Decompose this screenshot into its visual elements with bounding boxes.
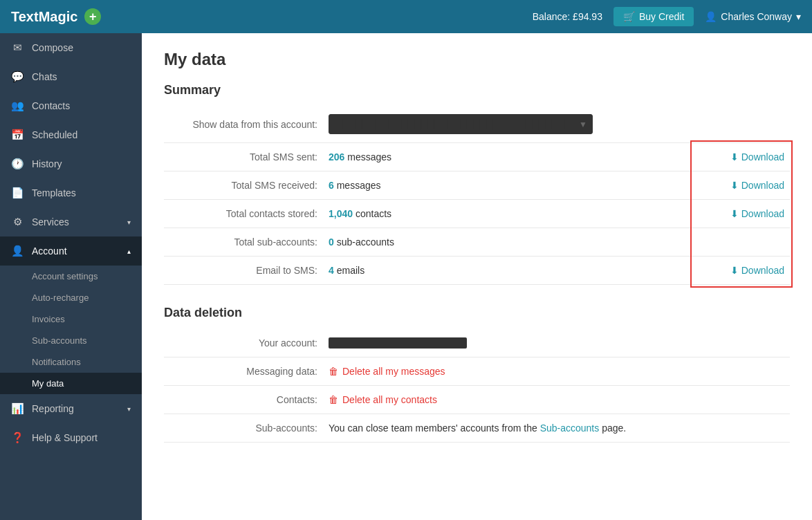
cart-icon: 🛒	[623, 11, 635, 22]
email-sms-download-cell: ⬇ Download	[693, 257, 790, 285]
contacts-deletion-label: Contacts:	[164, 386, 323, 414]
contacts-icon: 👥	[11, 100, 24, 112]
sms-received-label: Total SMS received:	[164, 171, 323, 200]
table-row: Contacts: 🗑 Delete all my contacts	[164, 386, 790, 414]
table-row: Total sub-accounts: 0 sub-accounts	[164, 228, 790, 257]
download-icon: ⬇	[730, 180, 739, 191]
sidebar-item-history[interactable]: 🕐 History	[0, 149, 142, 178]
sidebar-sub-notifications[interactable]: Notifications	[0, 351, 142, 373]
scheduled-icon: 📅	[11, 129, 24, 141]
sidebar-item-help[interactable]: ❓ Help & Support	[0, 423, 142, 452]
sidebar-sub-account-settings[interactable]: Account settings	[0, 266, 142, 287]
sidebar-item-contacts[interactable]: 👥 Contacts	[0, 91, 142, 120]
download-icon: ⬇	[730, 151, 739, 162]
main-content: My data Summary Show data from this acco…	[142, 33, 812, 520]
table-row: Total SMS received: 6 messages ⬇ Downloa…	[164, 171, 790, 200]
sidebar: ✉ Compose 💬 Chats 👥 Contacts 📅 Scheduled…	[0, 33, 142, 520]
account-masked-value	[329, 337, 467, 349]
sidebar-item-label: Services	[32, 216, 69, 228]
table-row: Email to SMS: 4 emails ⬇ Download	[164, 257, 790, 285]
sub-accounts-value: 0 sub-accounts	[323, 228, 693, 257]
sidebar-item-reporting[interactable]: 📊 Reporting ▾	[0, 394, 142, 423]
buy-credit-button[interactable]: 🛒 Buy Credit	[613, 7, 694, 26]
sub-accounts-deletion-value: You can close team members' accounts fro…	[323, 414, 693, 443]
sidebar-sub-auto-recharge[interactable]: Auto-recharge	[0, 287, 142, 308]
buy-credit-label: Buy Credit	[639, 11, 684, 22]
sidebar-item-label: History	[32, 158, 62, 169]
email-sms-download-link[interactable]: ⬇ Download	[730, 265, 784, 276]
show-data-label: Show data from this account:	[164, 106, 323, 143]
account-select-wrapper: ████████████████████████████████████ ▼	[329, 114, 593, 134]
services-expand-icon: ▾	[127, 219, 131, 226]
sidebar-sub-invoices[interactable]: Invoices	[0, 308, 142, 330]
user-name: Charles Conway	[721, 11, 792, 22]
page-title: My data	[164, 50, 790, 69]
sidebar-item-label: Chats	[32, 71, 57, 82]
account-expand-icon: ▴	[127, 248, 131, 255]
sidebar-item-scheduled[interactable]: 📅 Scheduled	[0, 120, 142, 149]
table-row: Total SMS sent: 206 messages ⬇ Download	[164, 143, 790, 171]
table-row: Your account:	[164, 328, 790, 358]
trash-icon: 🗑	[329, 366, 338, 377]
your-account-value	[323, 328, 693, 358]
compose-icon: ✉	[11, 41, 24, 54]
sidebar-item-compose[interactable]: ✉ Compose	[0, 33, 142, 62]
sub-accounts-page-link[interactable]: Sub-accounts	[540, 423, 602, 434]
sub-accounts-empty-cell	[693, 228, 790, 257]
sms-received-download-cell: ⬇ Download	[693, 171, 790, 200]
layout: ✉ Compose 💬 Chats 👥 Contacts 📅 Scheduled…	[0, 33, 812, 520]
account-select[interactable]: ████████████████████████████████████	[329, 114, 593, 134]
user-menu[interactable]: 👤 Charles Conway ▾	[705, 11, 801, 22]
trash-icon: 🗑	[329, 394, 338, 405]
header: TextMagic + Balance: £94.93 🛒 Buy Credit…	[0, 0, 812, 33]
sidebar-sub-sub-accounts[interactable]: Sub-accounts	[0, 330, 142, 351]
sms-received-download-link[interactable]: ⬇ Download	[730, 180, 784, 191]
delete-messages-link[interactable]: 🗑 Delete all my messages	[329, 366, 445, 377]
sidebar-item-label: Scheduled	[32, 129, 77, 140]
deletion-table: Your account: Messaging data: 🗑 Delete a…	[164, 328, 790, 443]
your-account-label: Your account:	[164, 328, 323, 358]
logo-text: TextMagic	[11, 9, 77, 25]
user-dropdown-arrow: ▾	[796, 11, 801, 22]
sub-accounts-deletion-label: Sub-accounts:	[164, 414, 323, 443]
sms-sent-download-link[interactable]: ⬇ Download	[730, 151, 784, 162]
reporting-icon: 📊	[11, 402, 24, 415]
logo-plus-button[interactable]: +	[84, 8, 101, 25]
table-row: Total contacts stored: 1,040 contacts ⬇ …	[164, 200, 790, 228]
history-icon: 🕐	[11, 158, 24, 170]
templates-icon: 📄	[11, 187, 24, 199]
sidebar-item-account[interactable]: 👤 Account ▴	[0, 236, 142, 266]
download-icon: ⬇	[730, 208, 739, 219]
sidebar-item-templates[interactable]: 📄 Templates	[0, 178, 142, 207]
summary-title: Summary	[164, 83, 790, 98]
delete-contacts-link[interactable]: 🗑 Delete all my contacts	[329, 394, 437, 405]
contacts-value: 1,040 contacts	[323, 200, 693, 228]
sidebar-item-services[interactable]: ⚙ Services ▾	[0, 207, 142, 236]
summary-table: Show data from this account: ███████████…	[164, 106, 790, 285]
sidebar-sub-my-data[interactable]: My data	[0, 373, 142, 394]
contacts-deletion-value: 🗑 Delete all my contacts	[323, 386, 693, 414]
services-icon: ⚙	[11, 216, 24, 228]
account-selector-row: Show data from this account: ███████████…	[164, 106, 790, 143]
sidebar-item-label: Compose	[32, 42, 73, 53]
email-sms-label: Email to SMS:	[164, 257, 323, 285]
sidebar-item-label: Help & Support	[32, 432, 98, 443]
sms-sent-label: Total SMS sent:	[164, 143, 323, 171]
contacts-download-link[interactable]: ⬇ Download	[730, 208, 784, 219]
messaging-data-value: 🗑 Delete all my messages	[323, 358, 693, 386]
help-icon: ❓	[11, 431, 24, 444]
download-icon: ⬇	[730, 265, 739, 276]
sidebar-item-chats[interactable]: 💬 Chats	[0, 62, 142, 91]
email-sms-value: 4 emails	[323, 257, 693, 285]
sidebar-item-label: Contacts	[32, 100, 70, 111]
contacts-label: Total contacts stored:	[164, 200, 323, 228]
sms-sent-value: 206 messages	[323, 143, 693, 171]
sidebar-item-label: Reporting	[32, 403, 74, 414]
header-left: TextMagic +	[11, 8, 101, 25]
table-row: Sub-accounts: You can close team members…	[164, 414, 790, 443]
chats-icon: 💬	[11, 71, 24, 83]
sidebar-item-label: Templates	[32, 187, 76, 198]
sub-accounts-label: Total sub-accounts:	[164, 228, 323, 257]
header-right: Balance: £94.93 🛒 Buy Credit 👤 Charles C…	[533, 7, 801, 26]
contacts-download-cell: ⬇ Download	[693, 200, 790, 228]
